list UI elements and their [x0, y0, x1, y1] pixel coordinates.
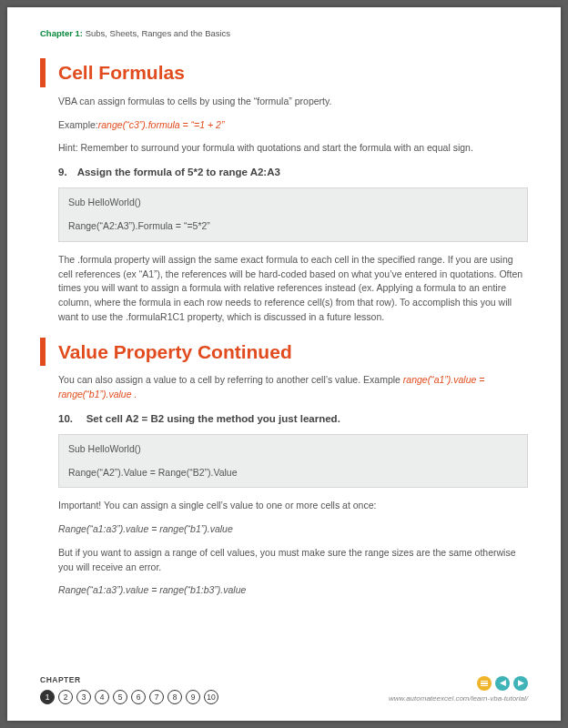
code-red-line: Range(“a1:a3”).value = range(“b1”).value — [58, 522, 528, 537]
chapter-dot-2[interactable]: 2 — [58, 690, 73, 704]
code-line: Sub HelloWorld() — [68, 196, 518, 210]
heading-cell-formulas: Cell Formulas — [58, 58, 528, 87]
code-line: Range(“A2”).Value = Range(“B2”).Value — [68, 466, 518, 480]
section-body: You can also assign a value to a cell by… — [40, 373, 528, 598]
chapter-dot-5[interactable]: 5 — [113, 690, 127, 704]
chapter-dot-1[interactable]: 1 — [40, 690, 55, 704]
hint-text: Hint: Remember to surround your formula … — [58, 141, 528, 156]
heading-value-property: Value Property Continued — [58, 338, 528, 367]
chapter-dot-3[interactable]: 3 — [76, 690, 91, 704]
section-value-property: Value Property Continued — [40, 338, 528, 367]
paragraph: But if you want to assign a range of cel… — [58, 546, 528, 575]
exercise-heading-9: 9. Assign the formula of 5*2 to range A2… — [58, 165, 528, 180]
chapter-header: Chapter 1: Subs, Sheets, Ranges and the … — [40, 27, 528, 40]
inline-code: range(“c3”).formula = “=1 + 2” — [98, 119, 225, 130]
code-line: Sub HelloWorld() — [68, 442, 518, 457]
next-page-icon[interactable]: ▶ — [513, 676, 528, 691]
chapter-dot-9[interactable]: 9 — [186, 690, 200, 704]
paragraph: The .formula property will assign the sa… — [58, 253, 528, 325]
site-url: www.automateexcel.com/learn-vba-tutorial… — [389, 693, 528, 704]
menu-icon[interactable] — [477, 676, 492, 691]
chapter-dot-8[interactable]: 8 — [167, 690, 182, 704]
page-footer: CHAPTER 1 2 3 4 5 6 7 8 9 10 ◀ ▶ www.aut… — [40, 674, 528, 704]
chapter-title: Subs, Sheets, Ranges and the Basics — [86, 28, 231, 38]
paragraph: You can also assign a value to a cell by… — [58, 373, 528, 402]
example-line: Example:range(“c3”).formula = “=1 + 2” — [58, 118, 528, 133]
section-cell-formulas: Cell Formulas — [40, 58, 528, 87]
chapter-dot-7[interactable]: 7 — [149, 690, 164, 704]
section-body: VBA can assign formulas to cells by usin… — [40, 95, 528, 325]
chapter-label: Chapter 1: — [40, 28, 83, 38]
code-block: Sub HelloWorld() Range(“A2”).Value = Ran… — [58, 434, 528, 489]
chapter-dot-10[interactable]: 10 — [204, 690, 218, 704]
code-red-line: Range(“a1:a3”).value = range(“b1:b3”).va… — [58, 583, 528, 598]
code-block: Sub HelloWorld() Range(“A2:A3”).Formula … — [58, 187, 528, 242]
paragraph: VBA can assign formulas to cells by usin… — [58, 95, 528, 109]
example-label: Example: — [58, 119, 98, 130]
footer-right: ◀ ▶ www.automateexcel.com/learn-vba-tuto… — [389, 676, 528, 704]
prev-page-icon[interactable]: ◀ — [495, 676, 510, 691]
chapter-dot-4[interactable]: 4 — [95, 690, 109, 704]
paragraph: Important! You can assign a single cell’… — [58, 499, 528, 513]
nav-icons: ◀ ▶ — [389, 676, 528, 691]
document-page: Chapter 1: Subs, Sheets, Ranges and the … — [7, 7, 561, 721]
paragraph-text: You can also assign a value to a cell by… — [58, 374, 403, 385]
code-line: Range(“A2:A3”).Formula = “=5*2” — [68, 219, 518, 234]
chapter-dot-6[interactable]: 6 — [131, 690, 146, 704]
exercise-heading-10: 10. Set cell A2 = B2 using the method yo… — [58, 411, 528, 427]
